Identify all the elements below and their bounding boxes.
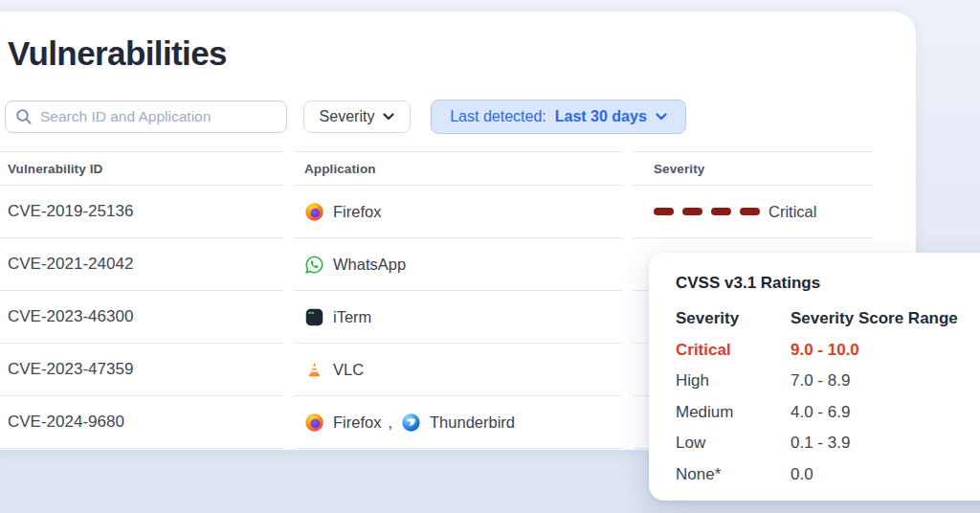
last-detected-filter-button[interactable]: Last detected: Last 30 days [431, 100, 686, 134]
cvss-rating-row: None* 0.0 [676, 459, 980, 491]
application-name: WhatsApp [333, 256, 406, 274]
application-name: Firefox [333, 203, 381, 221]
severity-filter-label: Severity [320, 108, 375, 125]
cvss-severity: Critical [676, 341, 791, 360]
application-chip: Firefox [304, 413, 381, 433]
severity-label: Critical [768, 203, 816, 221]
application-cell: Firefox [295, 186, 622, 238]
cvss-column-severity: Severity [676, 309, 791, 328]
cvss-popover: CVSS v3.1 Ratings Severity Severity Scor… [649, 253, 980, 501]
cvss-header-row: Severity Severity Score Range [676, 303, 980, 335]
application-name: VLC [333, 361, 364, 379]
application-name: Firefox [333, 413, 381, 432]
last-detected-label: Last detected: [450, 108, 546, 125]
cvss-range: 7.0 - 8.9 [791, 371, 980, 390]
cvss-severity: Medium [676, 403, 791, 422]
cvss-severity: High [676, 371, 791, 390]
table-row[interactable]: CVE-2019-25136 Firefox Critical [0, 186, 873, 238]
severity-bars [654, 208, 760, 215]
search-input[interactable] [40, 108, 277, 125]
cvss-range: 0.0 [791, 465, 980, 484]
cvss-rating-row: Critical 9.0 - 10.0 [676, 335, 980, 367]
vlc-icon [304, 360, 324, 380]
cvss-rating-row: High 7.0 - 8.9 [676, 366, 980, 397]
chevron-down-icon [656, 113, 667, 121]
cvss-range: 9.0 - 10.0 [791, 341, 980, 360]
application-separator: , [388, 413, 392, 432]
cvss-range: 0.1 - 3.9 [791, 434, 980, 453]
application-cell: WhatsApp [295, 238, 622, 291]
whatsapp-icon [304, 255, 324, 275]
iterm-icon [304, 307, 324, 327]
search-box[interactable] [5, 100, 287, 133]
cvss-column-score-range: Severity Score Range [791, 309, 980, 328]
page-title: Vulnerabilities [8, 34, 227, 73]
vulnerability-id: CVE-2024-9680 [0, 396, 283, 449]
cvss-range: 4.0 - 6.9 [791, 403, 980, 422]
column-header-severity: Severity [634, 151, 873, 186]
application-cell: Firefox , Thunderbird [295, 396, 622, 449]
application-chip: Thunderbird [401, 413, 515, 433]
severity-filter-button[interactable]: Severity [303, 100, 411, 133]
application-cell: iTerm [295, 291, 622, 344]
vulnerability-id: CVE-2023-47359 [0, 344, 283, 396]
cvss-severity: None* [676, 465, 791, 484]
vulnerability-id: CVE-2021-24042 [0, 238, 283, 291]
application-name: Thunderbird [430, 413, 515, 432]
firefox-icon [304, 202, 324, 222]
cvss-severity: Low [676, 434, 791, 453]
application-cell: VLC [295, 344, 622, 396]
cvss-rating-row: Medium 4.0 - 6.9 [676, 397, 980, 429]
table-header-row: Vulnerability ID Application Severity [0, 151, 873, 186]
thunderbird-icon [401, 413, 421, 433]
column-header-vulnerability-id: Vulnerability ID [0, 151, 283, 186]
severity-cell: Critical [634, 186, 873, 238]
application-name: iTerm [333, 308, 371, 326]
cvss-rating-row: Low 0.1 - 3.9 [676, 428, 980, 459]
last-detected-value: Last 30 days [555, 108, 647, 125]
vulnerability-id: CVE-2019-25136 [0, 186, 283, 238]
chevron-down-icon [383, 113, 394, 121]
vulnerability-id: CVE-2023-46300 [0, 291, 283, 344]
firefox-icon [304, 413, 324, 433]
column-header-application: Application [295, 151, 622, 186]
cvss-popover-title: CVSS v3.1 Ratings [676, 274, 980, 293]
search-icon [15, 108, 33, 125]
